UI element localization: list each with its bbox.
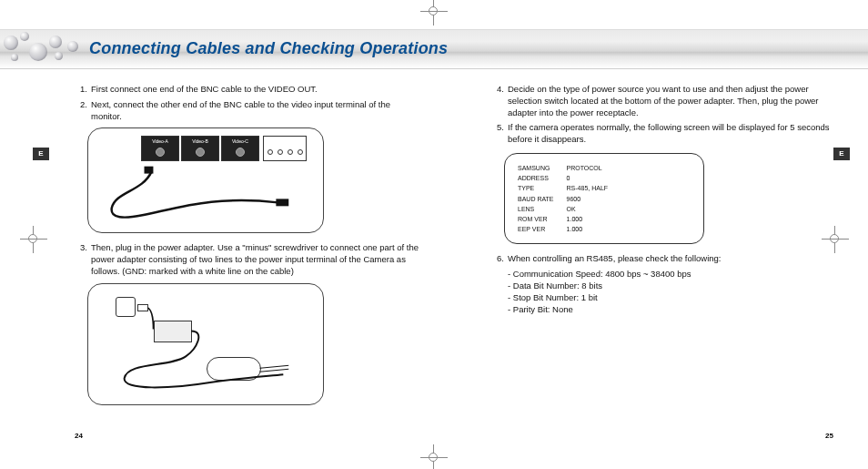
registration-mark-bottom bbox=[420, 444, 448, 469]
step-5: 5. If the camera operates normally, the … bbox=[491, 122, 837, 146]
info-row: EEP VER1.000 bbox=[518, 224, 608, 234]
figure-power-adapter bbox=[87, 283, 324, 405]
camera-info-screen: SAMSUNGPROTOCOL ADDRESS0 TYPERS-485, HAL… bbox=[504, 153, 704, 244]
info-row: SAMSUNGPROTOCOL bbox=[518, 163, 608, 173]
page-number-left: 24 bbox=[75, 432, 83, 440]
left-column: 1. First connect one end of the BNC cabl… bbox=[75, 84, 420, 414]
section-title: Connecting Cables and Checking Operation… bbox=[89, 39, 448, 58]
step-number: 1. bbox=[75, 84, 87, 96]
step-4: 4. Decide on the type of power source yo… bbox=[491, 84, 837, 118]
step-number: 4. bbox=[491, 84, 504, 118]
step-text: Decide on the type of power source you w… bbox=[508, 84, 837, 118]
rs485-check-list: Communication Speed: 4800 bps ~ 38400 bp… bbox=[508, 269, 837, 315]
figure-bnc-cable: Video-A Video-B Video-C bbox=[87, 127, 324, 233]
svg-rect-1 bbox=[276, 199, 288, 207]
list-item: Stop Bit Number: 1 bit bbox=[508, 292, 837, 304]
step-text: First connect one end of the BNC cable t… bbox=[91, 84, 420, 96]
step-text: If the camera operates normally, the fol… bbox=[508, 122, 837, 146]
step-number: 6. bbox=[491, 253, 504, 265]
info-row: LENSOK bbox=[518, 204, 608, 214]
language-tab-left: E bbox=[33, 148, 49, 160]
list-item: Parity Bit: None bbox=[508, 304, 837, 316]
section-header-banner: Connecting Cables and Checking Operation… bbox=[0, 29, 868, 69]
power-cable-sketch bbox=[88, 284, 323, 405]
info-row: ROM VER1.000 bbox=[518, 214, 608, 224]
info-row: TYPERS-485, HALF bbox=[518, 183, 608, 193]
registration-mark-left bbox=[20, 226, 47, 253]
info-row: ADDRESS0 bbox=[518, 173, 608, 183]
info-row: BAUD RATE9600 bbox=[518, 194, 608, 204]
step-1: 1. First connect one end of the BNC cabl… bbox=[75, 84, 420, 96]
step-text: When controlling an RS485, please check … bbox=[508, 253, 837, 265]
list-item: Communication Speed: 4800 bps ~ 38400 bp… bbox=[508, 269, 837, 280]
svg-rect-0 bbox=[145, 167, 154, 174]
step-text: Next, connect the other end of the BNC c… bbox=[91, 99, 420, 123]
step-number: 3. bbox=[75, 242, 87, 277]
cable-sketch bbox=[88, 128, 323, 233]
step-number: 5. bbox=[491, 122, 504, 146]
header-decorative-bubbles bbox=[0, 30, 86, 68]
registration-mark-top bbox=[420, 0, 448, 25]
step-3: 3. Then, plug in the power adapter. Use … bbox=[75, 242, 420, 277]
step-text: Then, plug in the power adapter. Use a "… bbox=[91, 242, 420, 277]
right-column: 4. Decide on the type of power source yo… bbox=[491, 84, 837, 321]
list-item: Data Bit Number: 8 bits bbox=[508, 280, 837, 292]
page-number-right: 25 bbox=[825, 432, 833, 440]
step-2: 2. Next, connect the other end of the BN… bbox=[75, 99, 420, 123]
step-number: 2. bbox=[75, 99, 87, 123]
step-6: 6. When controlling an RS485, please che… bbox=[491, 253, 837, 265]
